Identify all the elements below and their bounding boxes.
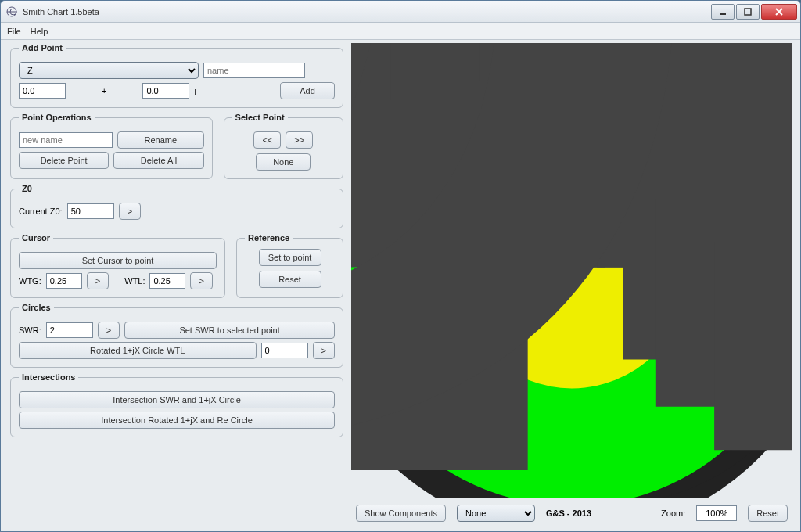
component-select[interactable]: None [457,505,535,522]
real-part-input[interactable] [19,83,66,99]
app-icon [5,5,18,18]
smith-chart-canvas[interactable]: 0.00.20.51.02.05.00.20.51.02.05.0-0.2-0.… [351,43,792,498]
reference-legend: Reference [245,233,293,243]
select-point-legend: Select Point [232,113,288,122]
rotated-circle-button[interactable]: Rotated 1+jX Circle WTL [19,342,257,359]
group-cursor: Cursor Set Cursor to point WTG: > WTL: > [10,233,225,298]
group-z0: Z0 Current Z0: > [10,184,343,228]
plus-label: + [102,86,106,95]
credit-label: G&S - 2013 [546,509,591,518]
swr-go-button[interactable]: > [98,322,120,339]
svg-text:-5.0: -5.0 [351,43,792,498]
titlebar: Smith Chart 1.5beta [1,1,800,23]
intersection-swr-button[interactable]: Intersection SWR and 1+jX Circle [19,391,335,408]
circles-legend: Circles [19,303,54,312]
group-intersections: Intersections Intersection SWR and 1+jX … [10,372,343,437]
rotated-wtl-input[interactable] [261,343,308,358]
menu-file[interactable]: File [7,27,21,36]
show-components-button[interactable]: Show Components [356,505,446,522]
next-point-button[interactable]: >> [286,131,313,149]
impedance-type-select[interactable]: Z [19,62,199,79]
intersection-rot-button[interactable]: Intersection Rotated 1+jX and Re Circle [19,412,335,429]
delete-point-button[interactable]: Delete Point [19,152,109,169]
imag-part-input[interactable] [142,83,189,99]
group-select-point: Select Point << >> None [224,113,343,179]
add-point-legend: Add Point [19,43,66,52]
window-title: Smith Chart 1.5beta [23,7,709,16]
group-point-operations: Point Operations Rename Delete Point Del… [10,113,213,179]
swr-input[interactable] [46,322,93,338]
svg-rect-4 [745,9,751,15]
swr-label: SWR: [19,325,41,335]
z0-input[interactable] [67,203,114,219]
zoom-input[interactable] [696,505,737,521]
j-label: j [194,86,196,95]
group-reference: Reference Set to point Reset [236,233,343,298]
close-button[interactable] [761,4,797,20]
new-name-input[interactable] [19,132,113,148]
group-circles: Circles SWR: > Set SWR to selected point… [10,303,343,368]
delete-all-button[interactable]: Delete All [113,152,203,169]
wtl-go-button[interactable]: > [190,272,212,289]
group-add-point: Add Point Z + j Add [10,43,343,108]
wtl-input[interactable] [149,273,185,289]
zoom-label: Zoom: [661,509,685,518]
rotated-go-button[interactable]: > [313,342,335,359]
zoom-reset-button[interactable]: Reset [748,505,788,522]
cursor-legend: Cursor [19,233,53,243]
add-button[interactable]: Add [280,82,335,99]
wtg-input[interactable] [46,273,82,289]
prev-point-button[interactable]: << [253,131,281,149]
app-window: Smith Chart 1.5beta File Help Add Point … [0,0,801,532]
rename-button[interactable]: Rename [117,131,204,149]
ref-reset-button[interactable]: Reset [259,271,321,288]
z0-label: Current Z0: [19,207,63,216]
z0-go-button[interactable]: > [119,203,141,220]
none-point-button[interactable]: None [256,153,311,171]
wtg-label: WTG: [19,276,41,286]
set-swr-button[interactable]: Set SWR to selected point [124,322,335,339]
menubar: File Help [1,23,800,40]
intersections-legend: Intersections [19,372,78,382]
point-ops-legend: Point Operations [19,113,95,122]
minimize-button[interactable] [711,4,735,20]
point-name-input[interactable] [203,63,305,78]
maximize-button[interactable] [736,4,760,20]
wtl-label: WTL: [124,276,145,286]
z0-legend: Z0 [19,184,35,193]
set-cursor-button[interactable]: Set Cursor to point [19,252,217,269]
wtg-go-button[interactable]: > [87,272,109,289]
menu-help[interactable]: Help [31,27,48,36]
ref-set-button[interactable]: Set to point [259,249,321,266]
